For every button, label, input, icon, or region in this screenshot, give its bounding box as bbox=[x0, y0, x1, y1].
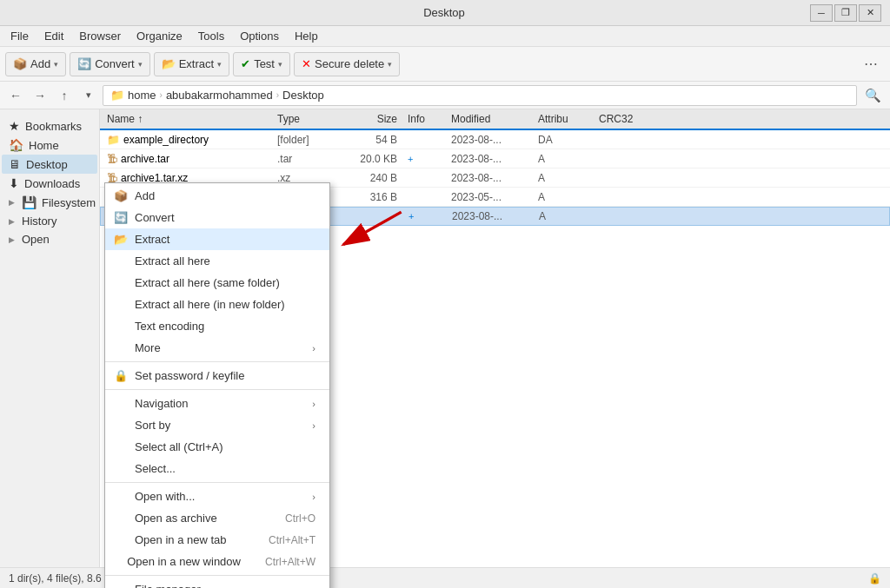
extract-button[interactable]: 📂 Extract ▾ bbox=[154, 52, 229, 76]
add-button[interactable]: 📦 Add ▾ bbox=[5, 52, 66, 76]
bookmarks-icon: ★ bbox=[9, 119, 20, 133]
secure-delete-icon: ✕ bbox=[302, 57, 311, 70]
menu-help[interactable]: Help bbox=[288, 28, 325, 44]
ctx-open-with[interactable]: Open with... › bbox=[105, 486, 329, 507]
close-button[interactable]: ✕ bbox=[859, 4, 881, 22]
ctx-more[interactable]: More › bbox=[105, 337, 329, 359]
ctx-open-new-tab[interactable]: Open in a new tab Ctrl+Alt+T bbox=[105, 529, 329, 551]
ctx-sort-arrow: › bbox=[312, 420, 315, 431]
search-button[interactable]: 🔍 bbox=[860, 83, 885, 108]
ctx-navigation[interactable]: Navigation › bbox=[105, 393, 329, 414]
ctx-extract-all-here-label: Extract all here bbox=[135, 254, 210, 268]
folder-icon: 📁 bbox=[107, 134, 120, 146]
ctx-more-arrow: › bbox=[312, 343, 315, 353]
sidebar-item-desktop-label: Desktop bbox=[26, 158, 68, 171]
file-name-cell: 🗜 archive.tar bbox=[100, 153, 274, 165]
up-button[interactable]: ↑ bbox=[54, 85, 75, 106]
ctx-sort-by-label: Sort by bbox=[135, 419, 170, 432]
menu-file[interactable]: File bbox=[3, 28, 36, 44]
secure-delete-dropdown-icon: ▾ bbox=[388, 60, 392, 69]
menu-organize[interactable]: Organize bbox=[130, 28, 189, 44]
test-dropdown-icon: ▾ bbox=[278, 60, 282, 69]
breadcrumb-user[interactable]: abubakarmohammed bbox=[166, 89, 273, 102]
menu-browser[interactable]: Browser bbox=[72, 28, 128, 44]
file-type-cell: [folder] bbox=[274, 134, 343, 146]
sidebar-item-history[interactable]: ▶ History bbox=[2, 212, 97, 230]
ctx-navigation-arrow: › bbox=[312, 399, 315, 409]
convert-button[interactable]: 🔄 Convert ▾ bbox=[70, 52, 150, 76]
ctx-convert[interactable]: 🔄 Convert bbox=[105, 207, 329, 228]
ctx-open-with-arrow: › bbox=[312, 492, 315, 502]
extract-icon: 📂 bbox=[162, 57, 176, 70]
col-header-size[interactable]: Size bbox=[343, 113, 404, 125]
table-row[interactable]: 📁 example_directory [folder] 54 B 2023-0… bbox=[100, 130, 890, 149]
secure-delete-button[interactable]: ✕ Secure delete ▾ bbox=[294, 52, 400, 76]
breadcrumb-home[interactable]: home bbox=[128, 89, 156, 102]
ctx-extract-all-here[interactable]: Extract all here bbox=[105, 250, 329, 272]
ctx-text-encoding[interactable]: Text encoding bbox=[105, 315, 329, 337]
add-label: Add bbox=[30, 57, 50, 70]
convert-label: Convert bbox=[95, 57, 135, 70]
ctx-file-manager-label: File manager bbox=[135, 583, 201, 588]
col-header-attrib[interactable]: Attribu bbox=[535, 113, 595, 125]
file-attrib-cell: A bbox=[535, 191, 595, 203]
open-expander-icon: ▶ bbox=[9, 235, 15, 244]
sidebar-item-downloads[interactable]: ⬇ Downloads bbox=[2, 174, 97, 193]
ctx-set-password[interactable]: 🔒 Set password / keyfile bbox=[105, 365, 329, 386]
file-type-cell: .tar bbox=[274, 153, 343, 165]
path-dropdown-button[interactable]: ▾ bbox=[78, 85, 99, 106]
test-button[interactable]: ✔ Test ▾ bbox=[233, 52, 290, 76]
col-header-crc[interactable]: CRC32 bbox=[595, 113, 648, 125]
back-button[interactable]: ← bbox=[5, 85, 26, 106]
menu-options[interactable]: Options bbox=[233, 28, 286, 44]
col-header-type[interactable]: Type bbox=[274, 113, 343, 125]
sidebar-item-home[interactable]: 🏠 Home bbox=[2, 135, 97, 155]
ctx-sort-by[interactable]: Sort by › bbox=[105, 414, 329, 436]
add-dropdown-icon: ▾ bbox=[54, 60, 58, 69]
toolbar-more-button[interactable]: ⋯ bbox=[857, 52, 885, 76]
file-attrib-cell: A bbox=[535, 172, 595, 184]
ctx-extract[interactable]: 📂 Extract bbox=[105, 228, 329, 250]
file-attrib-cell: A bbox=[535, 210, 596, 222]
breadcrumb[interactable]: 📁 home › abubakarmohammed › Desktop bbox=[103, 85, 857, 106]
add-icon: 📦 bbox=[13, 57, 27, 70]
sidebar: ★ Bookmarks 🏠 Home 🖥 Desktop ⬇ Downloads… bbox=[0, 109, 100, 567]
ctx-select[interactable]: Select... bbox=[105, 458, 329, 479]
restore-button[interactable]: ❐ bbox=[834, 4, 857, 22]
forward-button[interactable]: → bbox=[30, 85, 50, 106]
ctx-lock-icon: 🔒 bbox=[114, 369, 128, 382]
ctx-open-as-archive[interactable]: Open as archive Ctrl+O bbox=[105, 507, 329, 529]
filesystem-icon: 💾 bbox=[22, 195, 37, 209]
minimize-button[interactable]: ─ bbox=[810, 4, 833, 22]
ctx-open-new-window-label: Open in a new window bbox=[127, 555, 241, 568]
ctx-extract-all-same[interactable]: Extract all here (same folder) bbox=[105, 272, 329, 294]
table-row[interactable]: 🗜 archive.tar .tar 20.0 KB + 2023-08-...… bbox=[100, 149, 890, 168]
ctx-convert-label: Convert bbox=[135, 211, 175, 224]
ctx-select-all[interactable]: Select all (Ctrl+A) bbox=[105, 436, 329, 458]
sidebar-item-desktop[interactable]: 🖥 Desktop bbox=[2, 155, 97, 174]
history-expander-icon: ▶ bbox=[9, 217, 15, 226]
col-header-info[interactable]: Info bbox=[404, 113, 448, 125]
sidebar-item-bookmarks[interactable]: ★ Bookmarks bbox=[2, 116, 97, 135]
col-header-modified[interactable]: Modified bbox=[448, 113, 535, 125]
breadcrumb-desktop[interactable]: Desktop bbox=[282, 89, 324, 102]
convert-icon: 🔄 bbox=[77, 57, 91, 70]
ctx-extract-all-new[interactable]: Extract all here (in new folder) bbox=[105, 294, 329, 315]
ctx-file-manager[interactable]: File manager › bbox=[105, 578, 329, 588]
col-header-name[interactable]: Name ↑ bbox=[100, 113, 274, 125]
ctx-add[interactable]: 📦 Add bbox=[105, 185, 329, 207]
ctx-open-new-tab-label: Open in a new tab bbox=[135, 533, 227, 546]
menu-edit[interactable]: Edit bbox=[37, 28, 70, 44]
ctx-open-new-window-shortcut: Ctrl+Alt+W bbox=[248, 556, 315, 568]
ctx-open-new-window[interactable]: Open in a new window Ctrl+Alt+W bbox=[105, 551, 329, 572]
ctx-select-all-label: Select all (Ctrl+A) bbox=[135, 440, 223, 453]
context-menu: 📦 Add 🔄 Convert 📂 Extract Extract all he… bbox=[104, 182, 330, 588]
sidebar-item-history-label: History bbox=[22, 215, 56, 228]
file-size-cell: 20.0 KB bbox=[343, 153, 404, 165]
sidebar-item-filesystem[interactable]: ▶ 💾 Filesystem bbox=[2, 193, 97, 212]
ctx-convert-icon: 🔄 bbox=[114, 211, 128, 224]
sidebar-item-open[interactable]: ▶ Open bbox=[2, 230, 97, 248]
menu-tools[interactable]: Tools bbox=[191, 28, 231, 44]
secure-delete-label: Secure delete bbox=[315, 57, 384, 70]
lock-icon: 🔒 bbox=[868, 572, 881, 585]
